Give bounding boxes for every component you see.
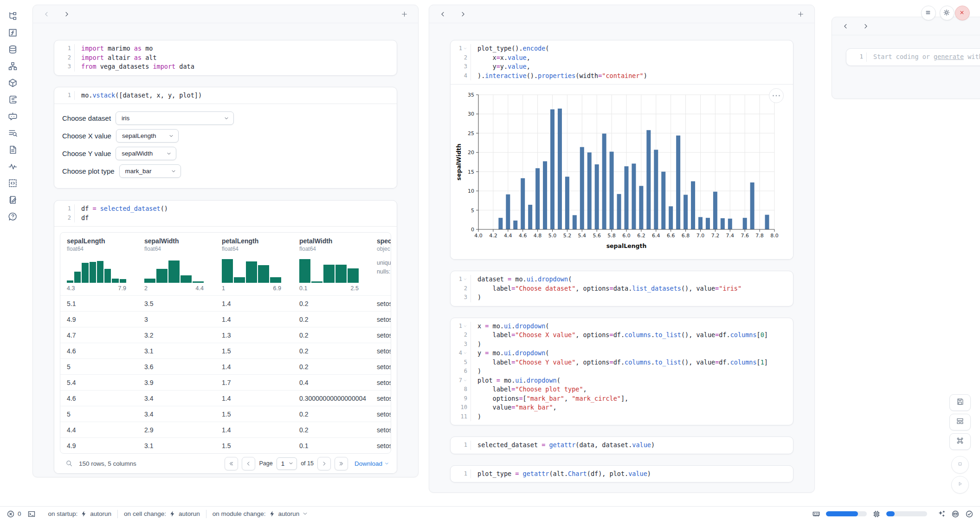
code-editor[interactable]: 1df = selected_dataset()2df <box>54 201 397 226</box>
svg-text:5.4: 5.4 <box>578 233 587 239</box>
table-footer: 150 rows, 5 columns Page 1 of 15 <box>60 454 391 473</box>
table-row[interactable]: 4.73.21.30.2setos <box>60 327 391 343</box>
chevron-down-icon <box>166 151 172 156</box>
choose-dataset-select[interactable]: iris <box>116 111 234 125</box>
column-header[interactable]: sepalLengthfloat644.37.9 <box>60 237 138 292</box>
save-button[interactable] <box>949 394 971 411</box>
fold-chevron-icon[interactable] <box>463 351 467 355</box>
next-page-button[interactable] <box>317 457 331 470</box>
column-header[interactable]: petalWidthfloat640.12.5 <box>293 237 370 292</box>
svg-text:5.0: 5.0 <box>548 233 557 239</box>
choose-plot-type-select[interactable]: mark_bar <box>119 164 181 178</box>
script-icon[interactable] <box>8 95 18 104</box>
scratchpad-icon[interactable] <box>8 195 18 205</box>
layout-button[interactable] <box>949 414 971 430</box>
dependency-graph-icon[interactable] <box>8 61 18 71</box>
ai-sparkles-icon[interactable] <box>937 510 946 518</box>
run-button[interactable] <box>951 476 969 494</box>
chevron-left-icon[interactable] <box>842 23 849 30</box>
error-indicator[interactable]: 0 <box>6 510 21 518</box>
dataframe-output: sepalLengthfloat644.37.9sepalWidthfloat6… <box>54 226 397 473</box>
code-editor[interactable]: 1plot_type = getattr(alt.Chart(df), plot… <box>451 466 793 482</box>
file-tree-icon[interactable] <box>8 11 18 21</box>
cell-controls: 1x = mo.ui.dropdown(2 label="Choose X va… <box>450 318 793 426</box>
table-row[interactable]: 4.63.11.50.2setos <box>60 343 391 358</box>
svg-text:6.8: 6.8 <box>682 233 690 239</box>
column-histogram <box>222 258 281 283</box>
package-icon[interactable] <box>8 78 18 88</box>
on-startup-setting[interactable]: on startup: autorun <box>48 510 112 517</box>
column-header[interactable]: speciobjecuniqunulls: <box>370 237 391 292</box>
chevron-right-icon[interactable] <box>862 23 869 30</box>
fold-chevron-icon[interactable] <box>463 46 467 51</box>
last-page-button[interactable] <box>335 457 348 470</box>
code-editor[interactable]: 1dataset = mo.ui.dropdown(2 label="Choos… <box>451 271 793 306</box>
function-icon[interactable] <box>8 28 18 38</box>
table-row[interactable]: 5.43.91.70.4setos <box>60 374 391 390</box>
on-module-change-setting[interactable]: on module change: autorun <box>213 510 309 517</box>
chevron-down-icon <box>224 116 229 121</box>
svg-text:7.2: 7.2 <box>711 233 720 239</box>
svg-text:6.2: 6.2 <box>637 233 645 239</box>
code-editor[interactable]: 1mo.vstack([dataset, x, y, plot]) <box>54 87 397 104</box>
copilot-icon[interactable] <box>951 510 960 518</box>
code-editor[interactable]: 1plot_type().encode(2 x=x.value,3 y=y.va… <box>451 40 793 84</box>
code-editor[interactable]: 1import marimo as mo2import altair as al… <box>54 40 397 75</box>
choose-x-value-select[interactable]: sepalLength <box>116 129 179 143</box>
svg-text:30: 30 <box>468 111 474 117</box>
column-header[interactable]: petalLengthfloat6416.9 <box>215 237 293 292</box>
on-cell-change-setting[interactable]: on cell change: autorun <box>124 510 200 517</box>
chevron-right-icon[interactable] <box>63 11 70 18</box>
table-row[interactable]: 5.13.51.40.2setos <box>60 295 391 311</box>
chevron-left-icon[interactable] <box>439 11 446 18</box>
settings-button[interactable] <box>940 6 954 20</box>
fold-chevron-icon[interactable] <box>463 324 467 328</box>
table-row[interactable]: 53.61.40.2setos <box>60 358 391 374</box>
svg-text:8.0: 8.0 <box>770 233 779 239</box>
terminal-button[interactable] <box>27 510 36 518</box>
column-header[interactable]: sepalWidthfloat6424.4 <box>138 237 215 292</box>
table-row[interactable]: 4.63.41.40.30000000000000004setos <box>60 390 391 406</box>
chatbot-icon[interactable] <box>8 111 18 121</box>
page-select[interactable]: 1 <box>277 457 297 470</box>
activity-icon[interactable] <box>8 162 18 171</box>
table-row[interactable]: 4.93.11.50.1setos <box>60 437 391 453</box>
help-icon[interactable] <box>8 212 18 221</box>
code-editor[interactable]: 1x = mo.ui.dropdown(2 label="Choose X va… <box>451 318 793 425</box>
prev-page-button[interactable] <box>242 457 255 470</box>
first-page-button[interactable] <box>225 457 238 470</box>
logs-search-icon[interactable] <box>8 128 18 138</box>
code-editor[interactable]: 1 Start coding or generate with <box>846 49 980 65</box>
download-link[interactable]: Download <box>355 460 389 467</box>
table-row[interactable]: 53.41.50.2setos <box>60 406 391 422</box>
menu-button[interactable] <box>921 6 936 20</box>
chart-output: 4.04.24.44.64.85.05.25.45.65.86.06.26.46… <box>451 84 793 259</box>
cell-chart: 1plot_type().encode(2 x=x.value,3 y=y.va… <box>450 40 793 260</box>
code-line: 9 options=["mark_bar", "mark_circle"], <box>451 394 793 404</box>
database-icon[interactable] <box>8 45 18 54</box>
generate-with-ai-link[interactable]: generate <box>934 53 964 60</box>
search-icon[interactable] <box>65 460 73 467</box>
svg-text:4.2: 4.2 <box>489 233 497 239</box>
chart-menu-button[interactable] <box>769 88 784 103</box>
document-icon[interactable] <box>8 145 18 155</box>
fold-chevron-icon[interactable] <box>463 277 467 281</box>
add-cell-icon[interactable] <box>797 11 804 18</box>
code-editor[interactable]: 1selected_dataset = getattr(data, datase… <box>451 437 793 454</box>
add-cell-icon[interactable] <box>401 11 408 18</box>
table-row[interactable]: 4.42.91.40.2setos <box>60 422 391 437</box>
chevron-right-icon[interactable] <box>459 11 466 18</box>
chevron-left-icon[interactable] <box>43 11 50 18</box>
keyboard-shortcuts-button[interactable] <box>949 433 971 450</box>
fold-chevron-icon[interactable] <box>463 378 467 383</box>
svg-text:5.6: 5.6 <box>593 233 601 239</box>
code-line: 1dataset = mo.ui.dropdown( <box>451 275 793 284</box>
lightning-icon <box>169 510 176 517</box>
stop-button[interactable] <box>951 456 969 474</box>
choose-y-value-select[interactable]: sepalWidth <box>116 147 176 160</box>
snippets-icon[interactable] <box>8 178 18 188</box>
close-button[interactable] <box>955 6 970 20</box>
table-row[interactable]: 4.931.40.2setos <box>60 311 391 327</box>
code-line: 1mo.vstack([dataset, x, y, plot]) <box>54 91 397 100</box>
check-circle-icon[interactable] <box>965 510 974 518</box>
